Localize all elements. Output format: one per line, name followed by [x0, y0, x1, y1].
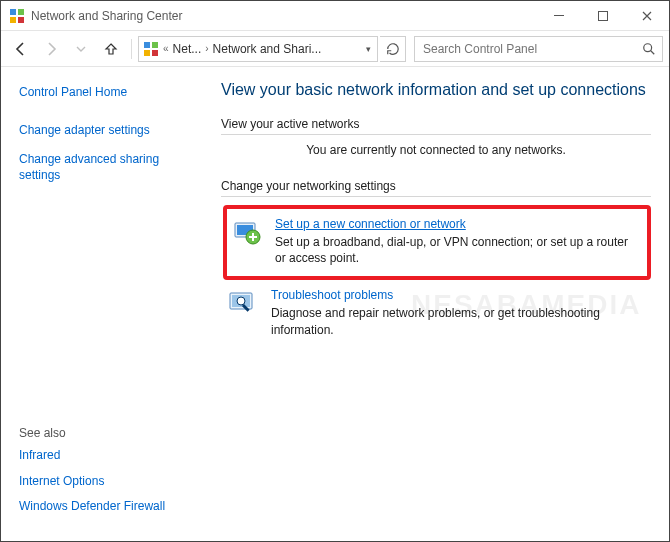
chevron-right-icon: › [205, 43, 208, 54]
option-troubleshoot[interactable]: Troubleshoot problems Diagnose and repai… [223, 280, 651, 347]
network-wizard-icon [231, 217, 263, 249]
search-icon[interactable] [642, 42, 656, 56]
seealso-infrared[interactable]: Infrared [19, 448, 60, 462]
close-button[interactable] [625, 1, 669, 31]
navigation-bar: « Net... › Network and Shari... ▾ [1, 31, 669, 67]
troubleshoot-icon [227, 288, 259, 320]
option-label[interactable]: Troubleshoot problems [271, 288, 393, 302]
option-label[interactable]: Set up a new connection or network [275, 217, 466, 231]
address-icon [143, 41, 159, 57]
svg-rect-7 [152, 42, 158, 48]
search-input[interactable] [421, 41, 642, 57]
chevron-left-icon: « [163, 43, 169, 54]
svg-rect-6 [144, 42, 150, 48]
refresh-button[interactable] [380, 36, 406, 62]
option-setup-connection[interactable]: Set up a new connection or network Set u… [223, 205, 651, 280]
minimize-button[interactable] [537, 1, 581, 31]
up-button[interactable] [97, 35, 125, 63]
breadcrumb-segment[interactable]: Net... [173, 42, 202, 56]
breadcrumb-segment[interactable]: Network and Shari... [213, 42, 322, 56]
option-description: Diagnose and repair network problems, or… [271, 305, 645, 337]
change-settings-header: Change your networking settings [221, 179, 651, 197]
svg-point-10 [644, 43, 652, 51]
svg-rect-5 [599, 11, 608, 20]
sidebar: Control Panel Home Change adapter settin… [1, 67, 211, 541]
see-also-header: See also [19, 426, 199, 440]
active-networks-header: View your active networks [221, 117, 651, 135]
forward-button[interactable] [37, 35, 65, 63]
seealso-defender-firewall[interactable]: Windows Defender Firewall [19, 499, 165, 513]
title-bar: Network and Sharing Center [1, 1, 669, 31]
back-button[interactable] [7, 35, 35, 63]
address-dropdown-icon[interactable]: ▾ [364, 44, 373, 54]
window-title: Network and Sharing Center [31, 9, 537, 23]
svg-rect-2 [10, 17, 16, 23]
seealso-internet-options[interactable]: Internet Options [19, 474, 104, 488]
main-content: View your basic network information and … [211, 67, 669, 541]
page-title: View your basic network information and … [221, 81, 651, 99]
svg-rect-4 [554, 15, 564, 16]
maximize-button[interactable] [581, 1, 625, 31]
recent-dropdown[interactable] [67, 35, 95, 63]
no-networks-message: You are currently not connected to any n… [221, 143, 651, 157]
sidebar-home-link[interactable]: Control Panel Home [19, 85, 127, 99]
svg-point-16 [237, 297, 245, 305]
svg-rect-1 [18, 9, 24, 15]
search-box[interactable] [414, 36, 663, 62]
sidebar-link-advanced-sharing[interactable]: Change advanced sharing settings [19, 152, 159, 182]
svg-rect-0 [10, 9, 16, 15]
app-icon [9, 8, 25, 24]
separator [131, 39, 132, 59]
svg-rect-9 [152, 50, 158, 56]
address-bar[interactable]: « Net... › Network and Shari... ▾ [138, 36, 378, 62]
sidebar-link-adapter[interactable]: Change adapter settings [19, 123, 150, 137]
svg-rect-8 [144, 50, 150, 56]
svg-rect-3 [18, 17, 24, 23]
option-description: Set up a broadband, dial-up, or VPN conn… [275, 234, 641, 266]
